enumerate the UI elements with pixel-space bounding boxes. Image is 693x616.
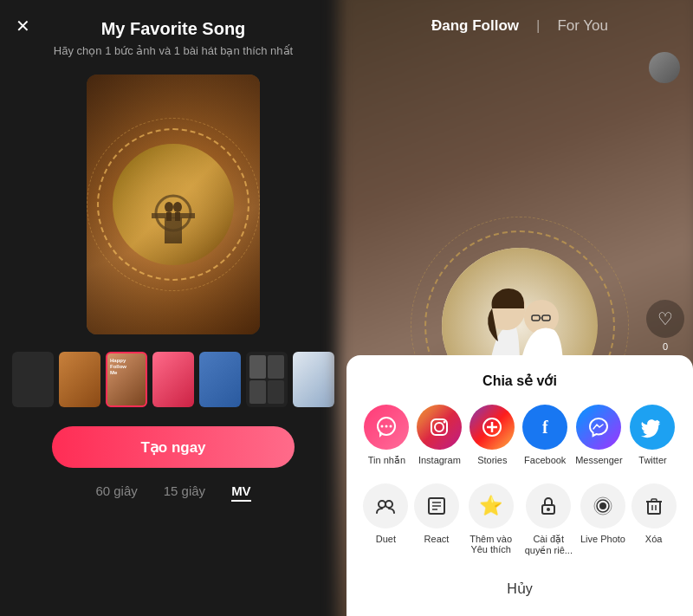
livephoto-icon: [580, 483, 625, 528]
action-livephoto[interactable]: Live Photo: [580, 483, 625, 556]
tinnhan-icon: [364, 405, 409, 450]
svg-point-31: [547, 508, 550, 511]
right-panel: Đang Follow | For You: [346, 0, 693, 616]
share-twitter[interactable]: Twitter: [630, 405, 675, 466]
share-tinnhan[interactable]: Tin nhắn: [364, 405, 409, 466]
duration-15[interactable]: 15 giây: [164, 483, 205, 502]
stories-label: Stories: [477, 455, 507, 465]
tab-divider: |: [536, 17, 540, 35]
twitter-label: Twitter: [638, 455, 666, 465]
react-icon: [414, 483, 459, 528]
duet-label: Duet: [376, 534, 396, 544]
preview-card: [87, 75, 260, 334]
messenger-icon: [576, 405, 621, 450]
duration-row: 60 giây 15 giây MV: [95, 483, 250, 502]
svg-rect-4: [166, 212, 172, 221]
like-button[interactable]: ♡: [646, 300, 684, 338]
share-messenger[interactable]: Messenger: [575, 405, 622, 466]
sheet-title: Chia sẻ với: [360, 373, 679, 389]
tab-follow[interactable]: Đang Follow: [431, 17, 519, 35]
svg-point-1: [156, 196, 191, 230]
share-facebook[interactable]: f Facebook: [522, 405, 567, 466]
bottom-sheet: Chia sẻ với Tin nhắn: [346, 355, 693, 616]
create-button[interactable]: Tạo ngay: [52, 426, 295, 468]
mini-avatar: [649, 52, 680, 83]
instagram-label: Instagram: [418, 455, 461, 465]
react-label: React: [424, 534, 450, 544]
svg-point-15: [385, 425, 388, 428]
instagram-icon: [417, 405, 462, 450]
svg-point-3: [165, 202, 173, 212]
thumbnail-2[interactable]: [59, 352, 100, 407]
thumbnail-4[interactable]: [152, 352, 194, 407]
thumbnail-1[interactable]: [12, 352, 54, 407]
svg-point-5: [173, 202, 182, 212]
privacy-label: Cài đặt quyền riê...: [522, 534, 574, 556]
svg-point-18: [435, 423, 444, 431]
svg-text:f: f: [542, 418, 548, 437]
svg-point-14: [381, 425, 384, 428]
thumbnail-6[interactable]: [246, 352, 288, 407]
tab-foryou[interactable]: For You: [557, 17, 608, 35]
left-title: My Favorite Song: [101, 19, 246, 39]
favorite-label: Thêm vào Yêu thích: [465, 534, 517, 554]
action-duet[interactable]: Duet: [363, 483, 408, 556]
silhouette-svg: [143, 165, 204, 243]
action-row: Duet React ⭐ Thêm vào Yêu thích: [360, 483, 679, 556]
action-favorite[interactable]: ⭐ Thêm vào Yêu thích: [465, 483, 517, 556]
thumbnail-row: HappyFollowMe: [3, 352, 343, 407]
livephoto-label: Live Photo: [580, 534, 625, 544]
svg-rect-35: [648, 502, 660, 514]
duet-icon: [363, 483, 408, 528]
thumbnail-3-selected[interactable]: HappyFollowMe: [106, 352, 147, 407]
tinnhan-label: Tin nhắn: [368, 455, 405, 466]
favorite-icon: ⭐: [469, 483, 514, 528]
delete-label: Xóa: [645, 534, 663, 544]
share-instagram[interactable]: Instagram: [417, 405, 462, 466]
left-panel: ✕ My Favorite Song Hãy chọn 1 bức ảnh và…: [0, 0, 346, 616]
stories-icon: [470, 405, 515, 450]
svg-point-32: [599, 503, 606, 509]
messenger-label: Messenger: [575, 455, 622, 465]
cancel-button[interactable]: Hủy: [360, 570, 679, 607]
action-react[interactable]: React: [414, 483, 459, 556]
vinyl-inner: [113, 144, 234, 265]
svg-rect-0: [165, 217, 182, 243]
facebook-label: Facebook: [524, 455, 566, 465]
svg-point-19: [444, 421, 446, 424]
share-stories[interactable]: Stories: [470, 405, 515, 466]
duration-60[interactable]: 60 giây: [95, 483, 137, 502]
duration-mv[interactable]: MV: [231, 483, 251, 502]
thumbnail-5[interactable]: [199, 352, 241, 407]
svg-rect-6: [175, 212, 180, 221]
close-button[interactable]: ✕: [16, 16, 30, 36]
action-delete[interactable]: Xóa: [631, 483, 677, 556]
svg-rect-2: [152, 213, 195, 218]
left-subtitle: Hãy chọn 1 bức ảnh và 1 bài hát bạn thíc…: [54, 44, 293, 57]
svg-point-25: [385, 501, 392, 508]
privacy-icon: [526, 483, 571, 528]
like-count: 0: [663, 341, 668, 352]
vinyl-circle: [113, 144, 234, 265]
action-privacy[interactable]: Cài đặt quyền riê...: [522, 483, 574, 556]
facebook-icon: f: [522, 405, 567, 450]
svg-point-16: [390, 425, 392, 428]
delete-icon: [631, 483, 677, 528]
right-sidebar-actions: ♡ 0: [646, 300, 684, 352]
svg-point-24: [379, 501, 385, 508]
twitter-icon: [630, 405, 675, 450]
right-header: Đang Follow | For You: [346, 0, 693, 35]
share-row: Tin nhắn Instagram: [360, 405, 679, 466]
thumbnail-7[interactable]: [293, 352, 334, 407]
